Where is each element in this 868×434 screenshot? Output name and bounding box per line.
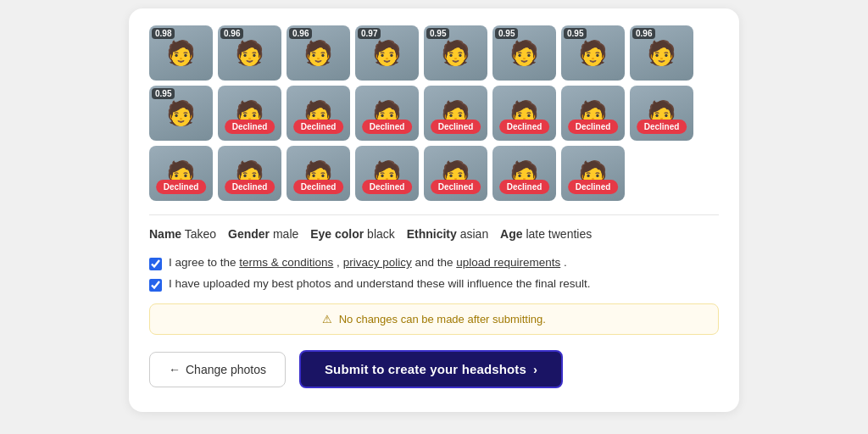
submit-arrow-icon: › [533,362,537,376]
photo-cell: 🧑Declined [355,146,419,201]
declined-badge: Declined [431,180,481,194]
score-badge: 0.95 [426,28,449,39]
declined-badge: Declined [225,120,275,134]
upload-requirements-link[interactable]: upload requirements [456,256,560,269]
change-photos-button[interactable]: ← Change photos [149,352,286,387]
actions-row: ← Change photos Submit to create your he… [149,350,719,388]
photo-cell: 🧑0.96 [630,25,693,81]
photo-cell: 🧑Declined [492,86,556,141]
age-label: Age [500,227,522,241]
declined-badge: Declined [568,120,619,134]
photo-cell: 🧑Declined [561,86,625,141]
photo-cell: 🧑Declined [355,86,419,141]
score-badge: 0.95 [564,28,587,39]
photo-cell: 🧑Declined [424,146,487,201]
photos-checkbox-row: I have uploaded my best photos and under… [149,277,719,292]
eye-color-label: Eye color [310,227,364,241]
declined-badge: Declined [362,180,413,194]
photo-cell: 🧑Declined [287,146,350,201]
declined-badge: Declined [499,120,550,134]
photo-cell: 🧑0.95 [561,25,625,81]
photos-label: I have uploaded my best photos and under… [169,277,591,290]
declined-badge: Declined [431,120,481,134]
warning-icon: ⚠ [322,313,332,326]
photo-cell: 🧑0.95 [424,25,487,81]
warning-text: No changes can be made after submitting. [339,313,546,326]
terms-label: I agree to the terms & conditions , priv… [169,256,567,269]
photo-cell: 🧑Declined [561,146,625,201]
warning-box: ⚠ No changes can be made after submittin… [149,303,719,335]
photo-cell: 🧑Declined [492,146,556,201]
declined-badge: Declined [637,120,687,134]
ethnicity-label: Ethnicity [407,227,457,241]
eye-color-value: black [367,227,395,241]
name-value: Takeo [185,227,216,241]
age-value: late twenties [526,227,592,241]
terms-checkbox[interactable] [149,258,162,270]
ethnicity-value: asian [460,227,488,241]
name-label: Name [149,227,181,241]
declined-badge: Declined [156,180,207,194]
score-badge: 0.97 [358,28,381,39]
divider [149,214,719,215]
photo-cell: 🧑0.96 [287,25,350,81]
photo-row-2: 🧑0.95 🧑Declined 🧑Declined 🧑Declined 🧑Dec… [149,86,719,141]
terms-link[interactable]: terms & conditions [239,256,333,269]
photo-row-3: 🧑Declined 🧑Declined 🧑Declined 🧑Declined … [149,146,719,201]
gender-label: Gender [228,227,270,241]
score-badge: 0.95 [495,28,518,39]
photo-cell: 🧑Declined [218,86,281,141]
submit-button[interactable]: Submit to create your headshots › [299,350,563,388]
declined-badge: Declined [225,180,275,194]
change-label: Change photos [186,363,266,376]
gender-value: male [273,227,298,241]
score-badge: 0.98 [152,28,175,39]
photo-cell: 🧑Declined [424,86,487,141]
declined-badge: Declined [568,180,619,194]
score-badge: 0.95 [152,88,175,99]
photo-cell: 🧑0.95 [149,86,213,141]
photo-cell: 🧑Declined [149,146,213,201]
photo-cell: 🧑0.96 [218,25,281,81]
photo-cell: 🧑0.98 [149,25,213,81]
photo-cell: 🧑Declined [287,86,350,141]
score-badge: 0.96 [632,28,655,39]
photo-cell: 🧑Declined [218,146,281,201]
photo-row-1: 🧑0.98 🧑0.96 🧑0.96 🧑0.97 🧑0.95 🧑0.95 🧑0.9… [149,25,719,81]
profile-info: Name Takeo Gender male Eye color black E… [149,227,719,241]
main-card: 🧑0.98 🧑0.96 🧑0.96 🧑0.97 🧑0.95 🧑0.95 🧑0.9… [129,8,739,412]
change-icon: ← [169,363,181,376]
photo-cell: 🧑0.95 [492,25,556,81]
checkboxes-section: I agree to the terms & conditions , priv… [149,256,719,292]
photos-checkbox[interactable] [149,279,162,292]
score-badge: 0.96 [220,28,243,39]
declined-badge: Declined [362,120,413,134]
terms-checkbox-row: I agree to the terms & conditions , priv… [149,256,719,270]
photo-cell: 🧑0.97 [355,25,419,81]
photo-cell: 🧑Declined [630,86,693,141]
declined-badge: Declined [293,120,344,134]
submit-label: Submit to create your headshots [325,362,526,376]
privacy-link[interactable]: privacy policy [343,256,412,269]
score-badge: 0.96 [289,28,312,39]
declined-badge: Declined [293,180,344,194]
photo-grid: 🧑0.98 🧑0.96 🧑0.96 🧑0.97 🧑0.95 🧑0.95 🧑0.9… [149,25,719,201]
declined-badge: Declined [499,180,550,194]
